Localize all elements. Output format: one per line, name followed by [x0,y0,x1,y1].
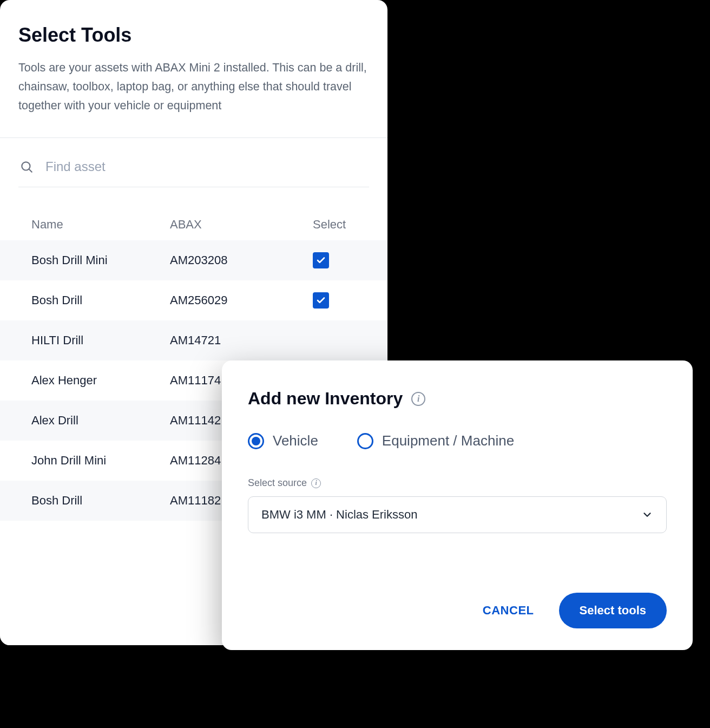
column-abax: ABAX [170,218,311,232]
radio-equipment[interactable]: Equipment / Machine [357,432,514,449]
asset-abax: AM203208 [170,253,311,267]
source-label: Select source [248,477,307,489]
asset-name: Alex Henger [31,373,170,388]
asset-name: John Drill Mini [31,454,170,468]
asset-name: Bosh Drill [31,494,170,508]
svg-point-0 [22,162,30,170]
radio-label: Equipment / Machine [382,432,514,449]
source-value: BMW i3 MM · Niclas Eriksson [261,508,417,522]
search-input[interactable] [44,159,368,175]
source-select[interactable]: BMW i3 MM · Niclas Eriksson [248,496,667,533]
svg-line-1 [29,170,32,173]
asset-name: Alex Drill [31,414,170,428]
page-description: Tools are your assets with ABAX Mini 2 i… [18,58,369,115]
inventory-type-radio-group: Vehicle Equipment / Machine [248,432,667,449]
add-inventory-modal: Add new Inventory i Vehicle Equipment / … [222,360,693,650]
column-name: Name [31,218,170,232]
table-header: Name ABAX Select [0,209,387,240]
search-row [0,138,387,187]
radio-icon [248,433,264,449]
asset-name: HILTI Drill [31,333,170,347]
asset-abax: AM256029 [170,293,311,307]
asset-name: Bosh Drill [31,293,170,307]
divider [18,187,369,187]
modal-title: Add new Inventory [248,389,403,409]
radio-label: Vehicle [273,432,318,449]
asset-name: Bosh Drill Mini [31,253,170,267]
chevron-down-icon [641,509,653,521]
info-icon[interactable]: i [311,478,321,488]
select-tools-button[interactable]: Select tools [559,593,667,628]
search-icon [19,160,34,174]
radio-vehicle[interactable]: Vehicle [248,432,318,449]
asset-select-cell [311,252,368,268]
table-row[interactable]: Bosh Drill MiniAM203208 [0,240,387,280]
cancel-button[interactable]: CANCEL [479,603,537,618]
asset-abax: AM14721 [170,333,311,347]
column-select: Select [311,218,368,232]
asset-checkbox[interactable] [313,292,329,309]
asset-select-cell [311,292,368,309]
page-title: Select Tools [18,24,369,47]
table-row[interactable]: HILTI DrillAM14721 [0,320,387,360]
radio-icon [357,433,373,449]
info-icon[interactable]: i [411,392,425,406]
table-row[interactable]: Bosh DrillAM256029 [0,280,387,320]
asset-checkbox[interactable] [313,252,329,268]
